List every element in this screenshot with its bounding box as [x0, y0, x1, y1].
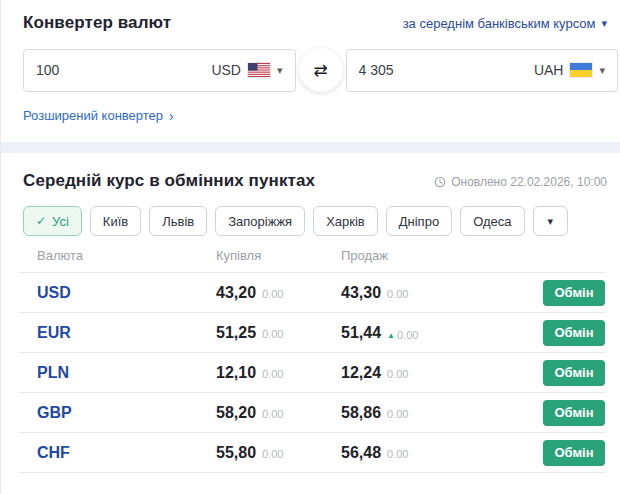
from-amount-input[interactable]: [36, 62, 146, 78]
buy-delta: 0.00: [262, 368, 283, 380]
advanced-converter-label: Розширений конвертер: [23, 108, 163, 123]
rate-type-label: за середнім банківським курсом: [403, 16, 596, 31]
table-row: EUR 51,25 0.00 51,44 ▲ 0.00 Обмін: [19, 313, 605, 353]
up-triangle-icon: ▲: [387, 331, 395, 340]
filter-chip-all[interactable]: ✓ Усі: [23, 206, 82, 236]
filter-chip-dnipro[interactable]: Дніпро: [386, 206, 452, 236]
currency-code-link[interactable]: EUR: [19, 324, 216, 342]
buy-rate-cell: 12,10 0.00: [216, 364, 341, 382]
table-row: CHF 55,80 0.00 56,48 ▲ 0.00 Обмін: [19, 433, 605, 473]
caret-down-icon: ▾: [277, 65, 283, 76]
chevron-right-icon: ›: [169, 109, 174, 123]
sell-delta: ▲ 0.00: [387, 329, 418, 341]
buy-delta: 0.00: [262, 328, 283, 340]
rates-table: Валюта Купівля Продаж USD 43,20 0.00 43,…: [19, 248, 605, 473]
buy-rate-cell: 58,20 0.00: [216, 404, 341, 422]
sell-rate-cell: 12,24 ▲ 0.00: [341, 364, 543, 382]
to-currency-code: UAH: [534, 62, 564, 78]
rates-title: Середній курс в обмінних пунктах: [23, 171, 315, 191]
buy-delta: 0.00: [262, 288, 283, 300]
more-cities-dropdown[interactable]: ▾: [533, 206, 569, 236]
currency-code-link[interactable]: GBP: [19, 404, 216, 422]
filter-chip-lviv[interactable]: Львів: [149, 206, 207, 236]
to-amount-input[interactable]: [359, 62, 469, 78]
column-header-buy: Купівля: [216, 248, 341, 263]
clock-icon: [434, 176, 446, 188]
caret-down-icon: ▾: [548, 216, 554, 227]
ua-flag-icon: [570, 63, 592, 77]
sell-delta: ▲ 0.00: [387, 408, 408, 420]
table-row: GBP 58,20 0.00 58,86 ▲ 0.00 Обмін: [19, 393, 605, 433]
column-header-sell: Продаж: [341, 248, 543, 263]
updated-timestamp: Оновлено 22.02.2026, 10:00: [434, 175, 607, 189]
currency-code-link[interactable]: PLN: [19, 364, 216, 382]
sell-delta: ▲ 0.00: [387, 288, 408, 300]
table-row: USD 43,20 0.00 43,30 ▲ 0.00 Обмін: [19, 273, 605, 313]
buy-rate-cell: 43,20 0.00: [216, 284, 341, 302]
us-flag-icon: [248, 63, 270, 77]
filter-chip-kharkiv[interactable]: Харків: [313, 206, 378, 236]
buy-delta: 0.00: [262, 408, 283, 420]
caret-down-icon: ▾: [601, 18, 607, 29]
filter-chip-odesa[interactable]: Одеса: [460, 206, 524, 236]
swap-currencies-button[interactable]: ⇄: [299, 48, 343, 92]
exchange-button[interactable]: Обмін: [543, 360, 605, 386]
from-currency-box: USD ▾: [23, 49, 296, 92]
sell-delta: ▲ 0.00: [387, 448, 408, 460]
swap-icon: ⇄: [313, 60, 327, 81]
sell-rate-cell: 58,86 ▲ 0.00: [341, 404, 543, 422]
advanced-converter-link[interactable]: Розширений конвертер ›: [23, 108, 174, 123]
check-icon: ✓: [36, 214, 46, 228]
currency-converter-card: Конвертер валют за середнім банківським …: [1, 0, 620, 142]
table-body: USD 43,20 0.00 43,30 ▲ 0.00 Обмін: [19, 273, 605, 473]
page: Конвертер валют за середнім банківським …: [0, 0, 620, 494]
sell-rate-cell: 43,30 ▲ 0.00: [341, 284, 543, 302]
city-filter-chips: ✓ Усі Київ Львів Запоріжжя Харків Дніпро…: [23, 206, 598, 236]
sell-rate-cell: 56,48 ▲ 0.00: [341, 444, 543, 462]
sell-delta: ▲ 0.00: [387, 368, 408, 380]
converter-inputs-row: USD ▾: [23, 48, 618, 92]
converter-title: Конвертер валют: [23, 13, 171, 33]
sell-rate-cell: 51,44 ▲ 0.00: [341, 324, 543, 342]
exchange-button[interactable]: Обмін: [543, 320, 605, 346]
to-currency-select[interactable]: UAH ▾: [534, 62, 605, 78]
table-header: Валюта Купівля Продаж: [19, 248, 605, 273]
exchange-rates-card: Середній курс в обмінних пунктах Оновлен…: [1, 153, 620, 494]
updated-text: Оновлено 22.02.2026, 10:00: [451, 175, 607, 189]
from-currency-select[interactable]: USD ▾: [211, 62, 282, 78]
card-divider: [1, 142, 620, 153]
caret-down-icon: ▾: [599, 65, 605, 76]
from-currency-code: USD: [211, 62, 241, 78]
rate-type-selector[interactable]: за середнім банківським курсом ▾: [403, 16, 607, 31]
column-header-currency: Валюта: [19, 248, 216, 263]
to-currency-box: UAH ▾: [346, 49, 619, 92]
exchange-button[interactable]: Обмін: [543, 440, 605, 466]
buy-delta: 0.00: [262, 448, 283, 460]
buy-rate-cell: 51,25 0.00: [216, 324, 341, 342]
filter-chip-kyiv[interactable]: Київ: [90, 206, 141, 236]
currency-code-link[interactable]: CHF: [19, 444, 216, 462]
table-row: PLN 12,10 0.00 12,24 ▲ 0.00 Обмін: [19, 353, 605, 393]
filter-chip-zaporizhzhia[interactable]: Запоріжжя: [215, 206, 305, 236]
exchange-button[interactable]: Обмін: [543, 280, 605, 306]
buy-rate-cell: 55,80 0.00: [216, 444, 341, 462]
currency-code-link[interactable]: USD: [19, 284, 216, 302]
exchange-button[interactable]: Обмін: [543, 400, 605, 426]
